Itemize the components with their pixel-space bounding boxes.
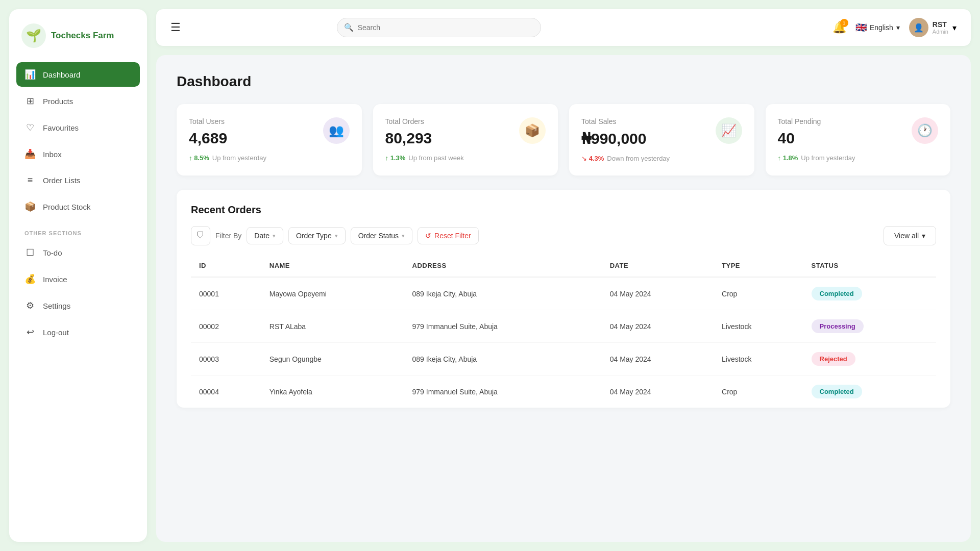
- cell-id: 00003: [191, 343, 261, 375]
- sidebar-item-logout[interactable]: ↩Log-out: [16, 320, 140, 344]
- trend-arrow-total-orders: ↑ 1.3%: [385, 154, 406, 162]
- sidebar-section-label: OTHER SECTIONS: [16, 221, 140, 240]
- sidebar-item-settings[interactable]: ⚙Settings: [16, 293, 140, 318]
- trend-label-total-pending: Up from yesterday: [801, 154, 855, 162]
- col-header-type: TYPE: [714, 255, 803, 277]
- cell-date: 04 May 2024: [602, 277, 714, 310]
- user-info[interactable]: 👤 RST Admin ▾: [909, 18, 957, 37]
- table-row: 00003 Segun Ogungbe 089 Ikeja City, Abuj…: [191, 343, 936, 375]
- cell-status: Processing: [803, 310, 936, 343]
- stat-icon-total-pending: 🕐: [912, 117, 938, 144]
- sidebar-item-todo[interactable]: ☐To-do: [16, 240, 140, 265]
- favourites-icon: ♡: [24, 122, 36, 133]
- sidebar-item-inbox[interactable]: 📥Inbox: [16, 142, 140, 166]
- notification-badge: 1: [840, 19, 848, 27]
- view-all-chevron-icon: ▾: [922, 232, 925, 240]
- sidebar-item-order-lists[interactable]: ≡Order Lists: [16, 168, 140, 192]
- cell-date: 04 May 2024: [602, 375, 714, 408]
- order-lists-icon: ≡: [24, 175, 36, 186]
- sidebar-label-favourites: Favourites: [43, 123, 79, 132]
- date-filter[interactable]: Date ▾: [247, 227, 283, 244]
- sidebar-label-inbox: Inbox: [43, 150, 62, 159]
- filter-funnel-icon: ⛉: [197, 231, 205, 240]
- trend-arrow-total-pending: ↑ 1.8%: [778, 154, 798, 162]
- cell-id: 00002: [191, 310, 261, 343]
- status-badge: Completed: [812, 385, 862, 398]
- product-stock-icon: 📦: [24, 201, 36, 212]
- cell-id: 00004: [191, 375, 261, 408]
- flag-icon: 🇬🇧: [855, 22, 867, 33]
- search-input[interactable]: [337, 18, 541, 37]
- stat-value-total-users: 4,689: [189, 130, 227, 147]
- stat-label-total-users: Total Users: [189, 117, 227, 126]
- sidebar-nav: 📊Dashboard⊞Products♡Favourites📥Inbox≡Ord…: [9, 62, 147, 542]
- view-all-button[interactable]: View all ▾: [884, 226, 936, 245]
- logout-icon: ↩: [24, 327, 36, 338]
- user-name: RST: [933, 20, 948, 29]
- cell-name: Segun Ogungbe: [261, 343, 404, 375]
- status-badge: Completed: [812, 287, 862, 300]
- stat-label-total-orders: Total Orders: [385, 117, 432, 126]
- sidebar-item-favourites[interactable]: ♡Favourites: [16, 115, 140, 140]
- orders-table: IDNAMEADDRESSDATETYPESTATUS 00001 Mayowa…: [191, 255, 936, 408]
- stat-cards: Total Users 4,689 👥 ↑ 8.5% Up from yeste…: [177, 104, 950, 176]
- order-type-filter[interactable]: Order Type ▾: [288, 227, 346, 244]
- sidebar-label-products: Products: [43, 97, 73, 106]
- cell-type: Livestock: [714, 343, 803, 375]
- cell-name: Mayowa Opeyemi: [261, 277, 404, 310]
- order-status-filter[interactable]: Order Status ▾: [351, 227, 412, 244]
- language-label: English: [870, 23, 893, 32]
- trend-label-total-sales: Down from yesterday: [607, 155, 670, 162]
- cell-status: Rejected: [803, 343, 936, 375]
- cell-name: Yinka Ayofela: [261, 375, 404, 408]
- stat-value-total-sales: ₦990,000: [581, 130, 646, 147]
- reset-label: Reset Filter: [434, 232, 471, 240]
- cell-address: 089 Ikeja City, Abuja: [404, 277, 602, 310]
- trend-label-total-orders: Up from past week: [408, 154, 463, 162]
- sidebar-item-invoice[interactable]: 💰Invoice: [16, 267, 140, 291]
- stat-icon-total-sales: 📈: [716, 117, 742, 144]
- stat-label-total-sales: Total Sales: [581, 117, 646, 126]
- sidebar-item-product-stock[interactable]: 📦Product Stock: [16, 194, 140, 219]
- order-type-label: Order Type: [296, 232, 332, 240]
- main-area: ☰ 🔍 🔔 1 🇬🇧 English ▾ 👤 RST: [156, 9, 971, 542]
- col-header-status: STATUS: [803, 255, 936, 277]
- sidebar-item-products[interactable]: ⊞Products: [16, 89, 140, 113]
- stat-card-total-orders: Total Orders 80,293 📦 ↑ 1.3% Up from pas…: [373, 104, 558, 176]
- filter-icon-button[interactable]: ⛉: [191, 226, 210, 245]
- logo-text: Tochecks Farm: [51, 31, 114, 41]
- sidebar-label-settings: Settings: [43, 302, 70, 310]
- logo: 🌱 Tochecks Farm: [9, 23, 147, 62]
- reset-icon: ↺: [425, 232, 431, 240]
- col-header-date: DATE: [602, 255, 714, 277]
- cell-date: 04 May 2024: [602, 343, 714, 375]
- menu-icon[interactable]: ☰: [170, 21, 181, 34]
- cell-date: 04 May 2024: [602, 310, 714, 343]
- sidebar-item-dashboard[interactable]: 📊Dashboard: [16, 62, 140, 87]
- stat-card-total-sales: Total Sales ₦990,000 📈 ↘ 4.3% Down from …: [569, 104, 754, 176]
- table-row: 00004 Yinka Ayofela 979 Immanuel Suite, …: [191, 375, 936, 408]
- trend-arrow-total-users: ↑ 8.5%: [189, 154, 209, 162]
- order-status-chevron-icon: ▾: [402, 233, 405, 239]
- orders-header: Recent Orders: [191, 204, 936, 216]
- cell-status: Completed: [803, 277, 936, 310]
- cell-status: Completed: [803, 375, 936, 408]
- date-chevron-icon: ▾: [273, 233, 276, 239]
- page-title: Dashboard: [177, 73, 950, 90]
- topbar: ☰ 🔍 🔔 1 🇬🇧 English ▾ 👤 RST: [156, 9, 971, 46]
- table-row: 00002 RST ALaba 979 Immanuel Suite, Abuj…: [191, 310, 936, 343]
- cell-address: 089 Ikeja City, Abuja: [404, 343, 602, 375]
- stat-label-total-pending: Total Pending: [778, 117, 821, 126]
- language-selector[interactable]: 🇬🇧 English ▾: [855, 22, 900, 33]
- content-area: Dashboard Total Users 4,689 👥 ↑ 8.5% Up …: [156, 55, 971, 542]
- table-row: 00001 Mayowa Opeyemi 089 Ikeja City, Abu…: [191, 277, 936, 310]
- notification-icon[interactable]: 🔔 1: [832, 21, 846, 34]
- logo-icon: 🌱: [21, 23, 46, 48]
- settings-icon: ⚙: [24, 300, 36, 311]
- sidebar-label-dashboard: Dashboard: [43, 70, 80, 79]
- recent-orders-section: Recent Orders ⛉ Filter By Date ▾ Order T…: [177, 190, 950, 408]
- cell-address: 979 Immanuel Suite, Abuja: [404, 310, 602, 343]
- sidebar-label-logout: Log-out: [43, 328, 69, 337]
- reset-filter-button[interactable]: ↺ Reset Filter: [418, 227, 479, 244]
- todo-icon: ☐: [24, 247, 36, 258]
